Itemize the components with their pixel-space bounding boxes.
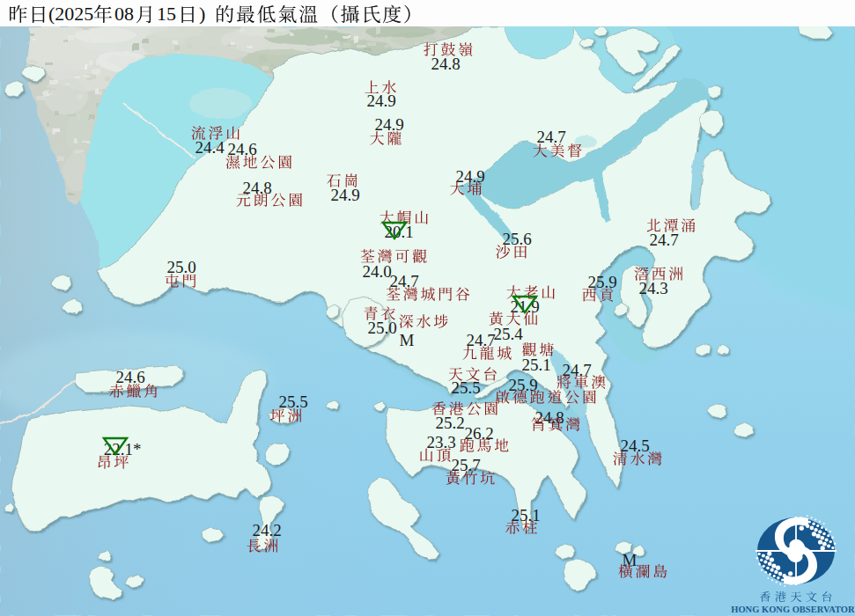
- svg-text:24.9: 24.9: [366, 92, 395, 110]
- svg-text:24.6: 24.6: [115, 368, 144, 386]
- svg-text:08: 08: [114, 3, 134, 25]
- svg-text:M: M: [400, 331, 415, 349]
- svg-text:24.8: 24.8: [431, 55, 460, 73]
- svg-text:25.6: 25.6: [502, 230, 531, 248]
- svg-text:25.5: 25.5: [451, 378, 480, 397]
- svg-text:24.7: 24.7: [536, 128, 565, 146]
- svg-text:24.7: 24.7: [389, 272, 418, 290]
- svg-text:25.0: 25.0: [367, 319, 396, 337]
- svg-text:24.2: 24.2: [252, 521, 281, 539]
- svg-text:24.7: 24.7: [649, 231, 678, 249]
- svg-text:25.2: 25.2: [435, 414, 464, 432]
- svg-text:24.0: 24.0: [362, 262, 391, 281]
- svg-text:25.9: 25.9: [587, 273, 616, 291]
- svg-text:24.9: 24.9: [374, 115, 403, 134]
- svg-text:24.5: 24.5: [620, 436, 649, 455]
- svg-text:24.4: 24.4: [195, 138, 225, 157]
- svg-text:HONG KONG OBSERVATORY: HONG KONG OBSERVATORY: [731, 605, 855, 614]
- svg-text:): ): [199, 3, 205, 25]
- svg-text:25.4: 25.4: [493, 325, 523, 343]
- svg-text:24.7: 24.7: [466, 331, 495, 349]
- svg-text:23.3: 23.3: [426, 433, 455, 451]
- svg-text:(2025: (2025: [48, 3, 93, 25]
- svg-text:25.0: 25.0: [166, 258, 195, 276]
- svg-text:24.9: 24.9: [330, 186, 359, 204]
- svg-text:25.1: 25.1: [521, 356, 550, 374]
- svg-text:24.3: 24.3: [638, 279, 667, 297]
- svg-text:25.5: 25.5: [278, 392, 307, 411]
- svg-text:15: 15: [157, 3, 176, 25]
